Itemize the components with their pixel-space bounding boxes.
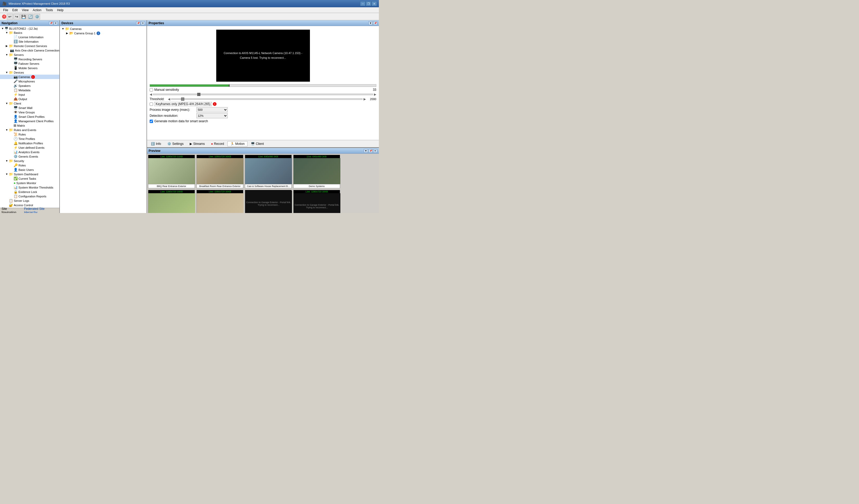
tree-basics[interactable]: ▼ 📁 Basics — [0, 30, 59, 35]
threshold-left-arrow[interactable]: ◀ — [168, 97, 170, 101]
close-button[interactable]: ✕ — [372, 1, 377, 6]
tree-failover[interactable]: 🖥️ Failover Servers — [0, 61, 59, 66]
nav-close-btn[interactable]: ✕ — [54, 21, 58, 25]
tree-time-profiles[interactable]: 🕐 Time Profiles — [0, 137, 59, 141]
tree-servers[interactable]: ▼ 📁 Servers — [0, 52, 59, 57]
preview-collapse-btn[interactable]: ▼ — [364, 149, 368, 153]
properties-pin-btn[interactable]: 📌 — [373, 21, 377, 25]
nav-panel-controls: 📌 ✕ — [49, 21, 58, 25]
basics-toggle[interactable]: ▼ — [5, 31, 9, 34]
thumb-label-2: Breakfast Room Rear Entrance Exterior — [197, 184, 243, 188]
camera-thumb-5[interactable]: Live: 1280x720 10KB Front 2nd Entrance E… — [148, 190, 195, 213]
tree-remote-connect[interactable]: ▶ 📁 Remote Connect Services — [0, 44, 59, 48]
tree-evidence-lock[interactable]: 🔒 Evidence Lock — [0, 189, 59, 194]
tree-roles[interactable]: 🔑 Roles — [0, 163, 59, 167]
menu-view[interactable]: View — [20, 8, 31, 13]
devices-close-btn[interactable]: ✕ — [141, 21, 145, 25]
tree-rules-events[interactable]: ▼ 📁 Rules and Events — [0, 128, 59, 132]
tab-record[interactable]: ● Record — [208, 141, 227, 147]
threshold-right-arrow[interactable]: ▶ — [363, 97, 366, 101]
tab-motion[interactable]: 🏃 Motion — [227, 141, 247, 147]
camera-thumb-4[interactable]: Live: 640x480 1KB Demo Systems — [293, 155, 340, 188]
toolbar-btn-1[interactable]: ↩ — [7, 14, 13, 19]
tree-root[interactable]: ▼ 🖥️ BLUSTONE2 - (12.3a) — [0, 27, 59, 30]
preview-close-btn[interactable]: ✕ — [373, 149, 377, 153]
tree-rules[interactable]: 📜 Rules — [0, 132, 59, 137]
tree-cameras[interactable]: 📷 Cameras 1 — [0, 75, 59, 79]
sensitivity-left-arrow[interactable]: ◀ — [150, 93, 152, 96]
detection-res-select[interactable]: 12% 25% 50% 100% — [196, 113, 228, 118]
view-groups-label: View Groups — [18, 111, 35, 114]
camera-thumb-3[interactable]: Live: 640x480 3KB Casi & Software House … — [245, 155, 292, 188]
sensitivity-right-arrow[interactable]: ▶ — [374, 93, 376, 96]
tree-server-logs[interactable]: 📋 Server Logs — [0, 198, 59, 203]
camera-thumb-7[interactable]: Connection to Garage Exterior - Portal l… — [245, 190, 292, 213]
tree-axis[interactable]: 📷 Axis One-click Camera Connection — [0, 48, 59, 52]
generate-motion-checkbox[interactable] — [150, 120, 153, 123]
threshold-track[interactable] — [171, 98, 362, 100]
sensitivity-thumb[interactable] — [197, 93, 200, 96]
menu-action[interactable]: Action — [31, 8, 43, 13]
menu-edit[interactable]: Edit — [10, 8, 20, 13]
tree-user-events[interactable]: ⚡ User-defined Events — [0, 146, 59, 150]
tree-metadata[interactable]: 📋 Metadata — [0, 88, 59, 92]
tree-smart-client-profiles[interactable]: 👤 Smart Client Profiles — [0, 114, 59, 119]
menu-file[interactable]: File — [1, 8, 10, 13]
tree-config-reports[interactable]: 📋 Configuration Reports — [0, 194, 59, 198]
tree-input[interactable]: ⚡ Input — [0, 92, 59, 97]
tree-license[interactable]: 📄 License Information — [0, 35, 59, 39]
tree-current-tasks[interactable]: ✅ Current Tasks — [0, 176, 59, 181]
devices-cameras-root[interactable]: ▼ 📁 Cameras — [60, 27, 147, 31]
camera-thumb-1[interactable]: Live: 1280x720 11KB BBQ Rear Entrance Ex… — [148, 155, 195, 188]
camera-thumb-2[interactable]: Live: 1280x720 10KB Breakfast Room Rear … — [196, 155, 243, 188]
properties-tabs: ℹ️ Info ⚙️ Settings ▶ Streams ● Record 🏃 — [147, 140, 379, 147]
tree-security[interactable]: ▼ 📁 Security — [0, 159, 59, 163]
menu-tools[interactable]: Tools — [43, 8, 55, 13]
tree-matrix[interactable]: ⊞ Matrix — [0, 123, 59, 128]
root-toggle-icon[interactable]: ▼ — [1, 27, 5, 30]
tree-smart-wall[interactable]: 🖥️ Smart Wall — [0, 106, 59, 110]
toolbar-btn-2[interactable]: ↪ — [14, 14, 20, 19]
tree-mobile[interactable]: 📱 Mobile Servers — [0, 66, 59, 70]
tree-output[interactable]: 📤 Output — [0, 97, 59, 101]
keyframes-checkbox[interactable] — [150, 103, 153, 106]
toolbar-btn-4[interactable]: 🔄 — [27, 14, 33, 19]
tree-mgmt-profiles[interactable]: 👤 Management Client Profiles — [0, 119, 59, 123]
tree-view-groups[interactable]: 👁️ View Groups — [0, 110, 59, 114]
restore-button[interactable]: ❐ — [366, 1, 371, 6]
preview-pin-btn[interactable]: 📌 — [368, 149, 373, 153]
manual-sensitivity-checkbox[interactable] — [150, 88, 153, 92]
sensitivity-track[interactable] — [153, 94, 373, 95]
tree-generic-events[interactable]: ⚙️ Generic Events — [0, 154, 59, 159]
tab-streams[interactable]: ▶ Streams — [187, 141, 208, 147]
tab-info[interactable]: ℹ️ Info — [148, 141, 164, 147]
toolbar-btn-5[interactable]: ⚙️ — [34, 14, 40, 19]
tree-microphones[interactable]: 🎤 Microphones — [0, 79, 59, 83]
tree-system-monitor-thresholds[interactable]: 📊 System Monitor Thresholds — [0, 185, 59, 189]
tree-system-monitor[interactable]: ● System Monitor — [0, 181, 59, 185]
tree-recording-servers[interactable]: 🖥️ Recording Servers — [0, 57, 59, 61]
tab-client[interactable]: 🖥️ Client — [248, 141, 267, 147]
properties-collapse-btn[interactable]: ▼ — [368, 21, 373, 25]
devices-pin-btn[interactable]: 📌 — [136, 21, 140, 25]
threshold-thumb[interactable] — [181, 97, 184, 101]
minimize-button[interactable]: ─ — [360, 1, 365, 6]
tree-devices[interactable]: ▼ 📁 Devices — [0, 70, 59, 75]
tree-client[interactable]: ▼ 📁 Client — [0, 101, 59, 106]
federated-hierarchy-label[interactable]: Federated Site Hierarchy — [24, 207, 58, 213]
nav-pin-btn[interactable]: 📌 — [49, 21, 53, 25]
tree-notification-profiles[interactable]: 🔔 Notification Profiles — [0, 141, 59, 146]
tree-analytics-events[interactable]: 📊 Analytics Events — [0, 150, 59, 154]
tree-access-control[interactable]: 🔐 Access Control — [0, 203, 59, 207]
devices-camera-group1[interactable]: ▶ 📂 Camera Group 1 2 — [60, 31, 147, 35]
camera-thumb-6[interactable]: Live: 1280x720 10KB Front Door Exterior — [196, 190, 243, 213]
tree-speakers[interactable]: 🔊 Speakers — [0, 83, 59, 88]
tree-basic-users[interactable]: 👤 Basic Users — [0, 167, 59, 172]
tree-site-info[interactable]: ℹ️ Site Information — [0, 39, 59, 44]
camera-thumb-8[interactable]: Live: 1280x720 10KB Connection to Garage… — [293, 190, 340, 213]
tree-system-dashboard[interactable]: ▼ 📁 System Dashboard — [0, 172, 59, 176]
menu-help[interactable]: Help — [55, 8, 65, 13]
toolbar-btn-3[interactable]: 💾 — [20, 14, 27, 19]
process-image-select[interactable]: 500 250 1000 — [196, 107, 228, 112]
tab-settings[interactable]: ⚙️ Settings — [164, 141, 186, 147]
